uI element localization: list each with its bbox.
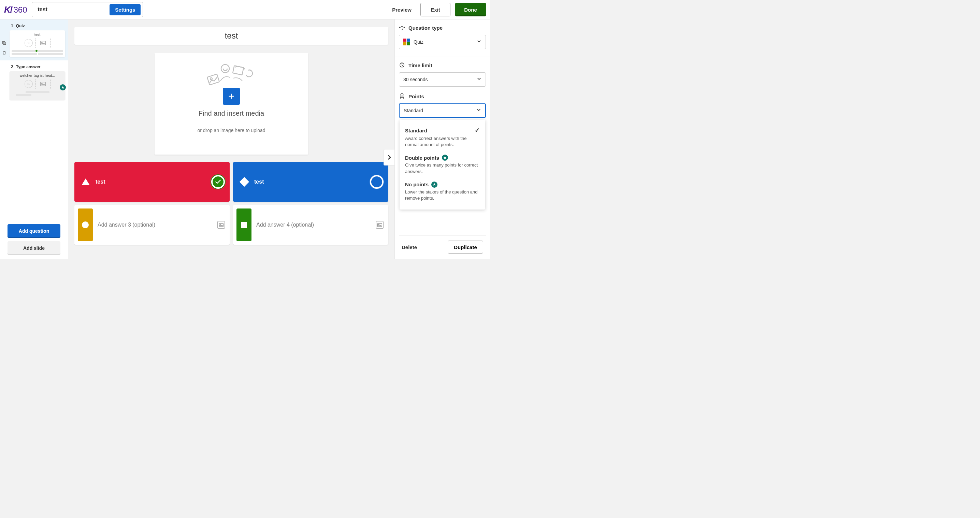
duplicate-question-button[interactable]: Duplicate bbox=[448, 241, 483, 254]
question-type-select[interactable]: Quiz bbox=[399, 35, 486, 49]
duplicate-slide-icon[interactable] bbox=[2, 41, 6, 47]
question-text-input[interactable]: test bbox=[75, 27, 388, 45]
thumb-image-placeholder-icon bbox=[35, 79, 51, 89]
svg-rect-15 bbox=[403, 38, 406, 41]
chevron-down-icon bbox=[477, 76, 482, 83]
answer-placeholder-4[interactable]: Add answer 4 (optional) bbox=[256, 222, 376, 228]
answer-option-3[interactable]: Add answer 3 (optional) bbox=[75, 205, 230, 245]
points-select[interactable]: Standard Standard ✓ Award correct answer… bbox=[399, 103, 486, 118]
slide-item-1[interactable]: 1 Quiz test 30 bbox=[0, 19, 68, 60]
thumb-image-placeholder-icon bbox=[35, 38, 51, 48]
time-limit-select[interactable]: 30 seconds bbox=[399, 72, 486, 87]
time-limit-heading: Time limit bbox=[409, 62, 432, 68]
points-value: Standard bbox=[404, 108, 473, 113]
slides-list: 1 Quiz test 30 bbox=[0, 19, 68, 220]
question-type-heading: Question type bbox=[409, 25, 442, 31]
right-settings-panel: Question type Quiz Time limit 30 seconds bbox=[395, 19, 490, 259]
answer-text-2[interactable]: test bbox=[254, 179, 370, 185]
add-slide-button[interactable]: Add slide bbox=[8, 241, 60, 255]
slide-index: 2 bbox=[11, 65, 13, 69]
option-desc: Lower the stakes of the question and rem… bbox=[405, 189, 480, 201]
media-illustration-icon bbox=[165, 59, 298, 92]
logo-k-icon: K! bbox=[4, 5, 12, 15]
delete-question-button[interactable]: Delete bbox=[402, 244, 417, 250]
logo-360-text: 360 bbox=[13, 5, 27, 15]
check-icon: ✓ bbox=[475, 127, 480, 134]
points-dropdown: Standard ✓ Award correct answers with th… bbox=[399, 120, 485, 210]
mark-correct-toggle-2[interactable] bbox=[370, 175, 383, 189]
svg-rect-6 bbox=[207, 74, 220, 85]
chevron-down-icon bbox=[476, 108, 481, 114]
chevron-down-icon bbox=[477, 39, 482, 45]
svg-rect-0 bbox=[3, 42, 6, 45]
diamond-shape-icon bbox=[240, 177, 249, 187]
svg-rect-2 bbox=[40, 41, 45, 45]
svg-point-7 bbox=[210, 78, 213, 80]
points-option-none[interactable]: No points ★ Lower the stakes of the ques… bbox=[405, 178, 480, 205]
option-title: No points bbox=[405, 181, 429, 187]
mark-correct-toggle-1[interactable] bbox=[211, 175, 225, 189]
kahoot-title-field[interactable]: Settings bbox=[32, 2, 143, 17]
time-limit-value: 30 seconds bbox=[403, 77, 473, 82]
add-question-button[interactable]: Add question bbox=[8, 224, 60, 238]
preview-link[interactable]: Preview bbox=[392, 7, 412, 13]
svg-rect-10 bbox=[219, 223, 223, 226]
answer-placeholder-3[interactable]: Add answer 3 (optional) bbox=[98, 222, 217, 228]
answer-image-icon[interactable] bbox=[376, 221, 383, 229]
expand-media-panel-button[interactable] bbox=[383, 149, 395, 165]
question-type-value: Quiz bbox=[414, 39, 473, 45]
exit-button[interactable]: Exit bbox=[420, 3, 450, 16]
time-limit-icon bbox=[399, 62, 405, 69]
triangle-shape-icon bbox=[81, 178, 90, 185]
circle-shape-icon bbox=[82, 221, 89, 228]
svg-point-20 bbox=[401, 94, 403, 96]
media-dropzone[interactable]: Find and insert media or drop an image h… bbox=[154, 53, 308, 154]
thumb-time-badge: 30 bbox=[25, 39, 33, 47]
answer-text-1[interactable]: test bbox=[95, 179, 211, 185]
points-icon bbox=[399, 93, 405, 100]
slide-type-label: Type answer bbox=[16, 65, 41, 69]
slide-thumbnail: welcher tag ist heut... 30 ★ bbox=[10, 72, 65, 100]
svg-rect-1 bbox=[2, 41, 5, 44]
svg-rect-17 bbox=[403, 42, 406, 45]
option-desc: Give twice as many points for correct an… bbox=[405, 162, 480, 174]
answer-image-icon[interactable] bbox=[217, 221, 225, 229]
slide-type-label: Quiz bbox=[16, 24, 25, 28]
premium-star-icon: ★ bbox=[442, 154, 448, 161]
svg-rect-4 bbox=[40, 82, 45, 86]
premium-badge-icon: ★ bbox=[60, 84, 66, 91]
kahoot-title-input[interactable] bbox=[38, 6, 110, 13]
slide-index: 1 bbox=[11, 24, 13, 28]
settings-button[interactable]: Settings bbox=[110, 4, 141, 15]
answer-option-2[interactable]: test bbox=[233, 162, 388, 202]
thumb-question-title: welcher tag ist heut... bbox=[11, 73, 63, 78]
square-shape-icon bbox=[241, 222, 247, 228]
svg-rect-18 bbox=[407, 42, 410, 45]
add-media-button[interactable] bbox=[223, 88, 240, 105]
logo[interactable]: K! 360 bbox=[4, 5, 27, 15]
points-option-double[interactable]: Double points ★ Give twice as many point… bbox=[405, 151, 480, 178]
slides-sidebar: 1 Quiz test 30 bbox=[0, 19, 68, 259]
thumb-question-title: test bbox=[11, 32, 63, 37]
answer-option-1[interactable]: test bbox=[75, 162, 230, 202]
answers-grid: test test Add answer 3 (optional) bbox=[75, 162, 388, 245]
points-heading: Points bbox=[409, 94, 424, 99]
answer-option-4[interactable]: Add answer 4 (optional) bbox=[233, 205, 388, 245]
premium-star-icon: ★ bbox=[431, 181, 438, 187]
thumb-time-badge: 30 bbox=[25, 80, 33, 88]
question-editor: test bbox=[68, 19, 395, 259]
slide-thumbnail: test 30 bbox=[10, 30, 65, 57]
svg-rect-12 bbox=[378, 223, 382, 226]
quiz-type-icon bbox=[403, 38, 410, 45]
option-desc: Award correct answers with the normal am… bbox=[405, 135, 480, 148]
media-find-label: Find and insert media bbox=[165, 110, 298, 118]
points-option-standard[interactable]: Standard ✓ Award correct answers with th… bbox=[405, 123, 480, 151]
svg-point-8 bbox=[221, 65, 229, 73]
delete-slide-icon[interactable] bbox=[2, 50, 6, 56]
done-button[interactable]: Done bbox=[455, 3, 486, 16]
slide-item-2[interactable]: 2 Type answer welcher tag ist heut... 30 bbox=[0, 60, 68, 103]
option-title: Standard bbox=[405, 128, 427, 133]
svg-rect-16 bbox=[407, 38, 410, 41]
option-title: Double points bbox=[405, 155, 439, 161]
header: K! 360 Settings Preview Exit Done bbox=[0, 0, 490, 19]
